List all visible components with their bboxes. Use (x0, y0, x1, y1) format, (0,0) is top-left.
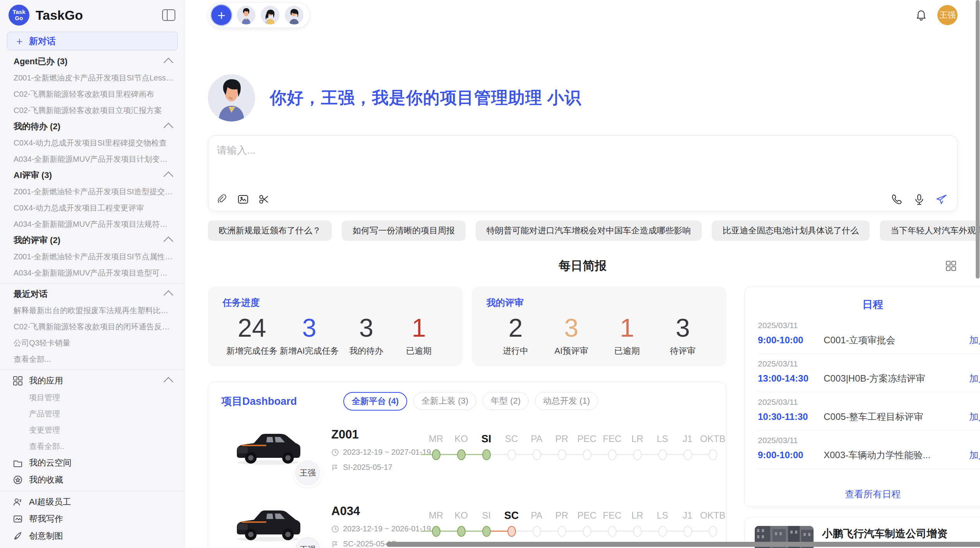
milestone-label: OKTB (700, 432, 725, 446)
suggestion-chip[interactable]: 欧洲新规最近颁布了什么？ (208, 221, 332, 241)
stat-label: 新增完成任务 (226, 345, 278, 357)
milestone-label: OKTB (700, 508, 725, 523)
my-review-stats: 2 进行中 3 AI预评审 1 (487, 313, 712, 357)
milestone-label: SC (505, 432, 518, 446)
sidebar-item-ai-super-staff[interactable]: AI超级员工 (0, 493, 185, 510)
user-avatar[interactable]: 王强 (937, 5, 958, 25)
chevron-up-icon[interactable] (163, 171, 173, 181)
sidebar-conversation-item[interactable]: C02-飞腾新能源轻客改款项目立项汇报方案 (0, 102, 185, 118)
milestone-dot (432, 449, 440, 460)
filter-chip[interactable]: 全新上装 (3) (413, 392, 476, 410)
milestone-label: MR (429, 432, 443, 446)
project-row[interactable]: 王强 Z001 2023-12-19 ~ 2027-01-19 SI-2025-… (220, 422, 714, 487)
chevron-up-icon[interactable] (163, 123, 173, 132)
schedule-meeting-title: C001-立项审批会 (824, 334, 964, 346)
view-all-schedule-link[interactable]: 查看所有日程 (758, 482, 980, 507)
project-info: Z001 2023-12-19 ~ 2027-01-19 SI-2025-05-… (311, 422, 408, 487)
stat: 1 已逾期 (602, 313, 652, 357)
notification-bell-icon[interactable] (915, 9, 927, 21)
section-recent-chats[interactable]: 最近对话 (0, 286, 185, 302)
milestone: J1 (675, 432, 700, 487)
image-icon[interactable] (237, 193, 249, 206)
milestone-dot (709, 449, 717, 460)
suggestion-chip[interactable]: 比亚迪全固态电池计划具体说了什么 (712, 221, 870, 241)
milestone-label: FEC (603, 432, 622, 446)
chevron-up-icon[interactable] (163, 58, 173, 67)
milestone-label: KO (454, 432, 468, 446)
schedule-entry: 2025/03/11 10:30-11:30 C005-整车工程目标评审 加入 (758, 392, 980, 430)
app-subitem[interactable]: 项目管理 (0, 389, 185, 406)
collapse-sidebar-icon[interactable] (162, 9, 175, 21)
taskgo-logo: Task Go (9, 5, 29, 26)
phone-call-icon[interactable] (891, 193, 903, 206)
join-link[interactable]: 加入 (969, 372, 980, 385)
schedule-row: 10:30-11:30 C005-整车工程目标评审 加入 (758, 411, 980, 423)
schedule-card: 日程 2025/03/11 9:00-10:00 C001-立项审批会 加入 (744, 286, 980, 507)
new-chat-button[interactable]: ＋ 新对话 (7, 32, 178, 50)
chat-input[interactable] (216, 143, 948, 193)
recent-chat-item[interactable]: C02-飞腾新能源轻客改款项目的闭环通告反馈情况 (0, 319, 185, 335)
sidebar-conversation-item[interactable]: Z001-全新燃油轻卡产品开发项目SI造型提交物评审 (0, 183, 185, 200)
app-subitem[interactable]: 产品管理 (0, 406, 185, 422)
layout-grid-icon[interactable] (945, 260, 957, 272)
project-image: 王强 (230, 422, 311, 487)
daily-brief: 任务进度 24 新增完成任务 3 新增AI完成任务 (208, 286, 958, 548)
attachment-icon[interactable] (216, 193, 228, 206)
sidebar-conversation-item[interactable]: A034-全新新能源MUV产品开发项目计划变更表编写 (0, 151, 185, 167)
sidebar-conversation-item[interactable]: A034-全新新能源MUV产品开发项目法规符合性评审 (0, 216, 185, 232)
section-ai-review[interactable]: AI评审 (3) (0, 167, 185, 183)
suggestion-chip[interactable]: 当下年轻人对汽车外观有怎样的喜好趋势 (880, 221, 980, 241)
join-link[interactable]: 加入 (969, 411, 980, 423)
truck-image (230, 499, 307, 545)
filter-chip[interactable]: 全新平台 (4) (343, 392, 407, 411)
vertical-scrollbar[interactable] (976, 0, 980, 279)
chevron-up-icon[interactable] (163, 290, 173, 300)
sidebar-item-cloud-space[interactable]: 我的云空间 (0, 454, 185, 471)
project-row[interactable]: 王强 A034 2023-12-19 ~ 2026-01-19 SC-2025-… (220, 499, 714, 548)
assistant-avatar[interactable] (237, 6, 255, 24)
add-assistant-button[interactable]: ＋ (211, 5, 231, 25)
horizontal-scrollbar[interactable] (386, 542, 980, 547)
suggestion-chip[interactable]: 特朗普可能对进口汽车增税会对中国车企造成哪些影响 (476, 221, 702, 241)
section-agent-done[interactable]: Agent已办 (3) (0, 53, 185, 70)
agent-done-items: Z001-全新燃油皮卡产品开发项目SI节点Lesson Learn报告C02-飞… (0, 70, 185, 118)
sidebar-item-label: 我的云空间 (29, 457, 173, 469)
section-my-review[interactable]: 我的评审 (2) (0, 232, 185, 248)
scissors-icon[interactable] (258, 193, 270, 206)
sidebar-item-creative-drawing[interactable]: 创意制图 (0, 527, 185, 545)
recent-chat-item[interactable]: 公司Q3轻卡销量 (0, 335, 185, 351)
sidebar-conversation-item[interactable]: Z001-全新燃油皮卡产品开发项目SI节点Lesson Learn报告 (0, 70, 185, 86)
sidebar: Task Go TaskGo ＋ 新对话 Agent已办 (3) Z001-全新… (0, 0, 185, 548)
milestone-dot (633, 449, 642, 460)
sidebar-conversation-item[interactable]: C0X4-动力总成开发项目工程变更评审 (0, 200, 185, 216)
send-icon[interactable] (935, 193, 948, 206)
microphone-icon[interactable] (913, 193, 925, 206)
app-subitem[interactable]: 变更管理 (0, 422, 185, 438)
sidebar-conversation-item[interactable]: A034-全新新能源MUV产品开发项目造型可行性评审 (0, 265, 185, 281)
sidebar-conversation-item[interactable]: C02-飞腾新能源轻客改款项目里程碑画布 (0, 86, 185, 102)
sidebar-item-my-apps[interactable]: 我的应用 (0, 372, 185, 389)
milestone-label: LR (631, 508, 643, 523)
sidebar-header: Task Go TaskGo (0, 0, 185, 28)
join-link[interactable]: 加入 (969, 449, 980, 461)
schedule-date: 2025/03/11 (758, 436, 980, 445)
sidebar-item-help-me-write[interactable]: 帮我写作 (0, 510, 185, 527)
join-link[interactable]: 加入 (969, 334, 980, 346)
milestone: KO (449, 432, 474, 487)
assistant-avatar[interactable] (285, 6, 303, 24)
assistant-avatar-large (208, 74, 255, 122)
assistant-avatar[interactable] (261, 6, 279, 24)
filter-chip[interactable]: 动总开发 (1) (535, 392, 598, 410)
app-subitem[interactable]: 查看全部.. (0, 438, 185, 454)
sidebar-item-favorites[interactable]: 我的收藏 (0, 471, 185, 488)
chevron-up-icon[interactable] (163, 236, 173, 246)
suggestion-chip[interactable]: 如何写一份清晰的项目周报 (342, 221, 466, 241)
section-my-todo[interactable]: 我的待办 (2) (0, 118, 185, 135)
filter-chip[interactable]: 年型 (2) (483, 392, 529, 410)
recent-chat-item[interactable]: 查看全部... (0, 351, 185, 367)
my-review-card: 我的评审 2 进行中 3 AI预评审 (472, 286, 726, 366)
recent-chat-item[interactable]: 解释最新出台的欧盟报废车法规再生塑料比例被调至15%... (0, 302, 185, 319)
sidebar-conversation-item[interactable]: Z001-全新燃油轻卡产品开发项目SI节点属性5D文件评审 (0, 248, 185, 265)
flag-icon (331, 540, 339, 548)
sidebar-conversation-item[interactable]: C0X4-动力总成开发项目SI里程碑提交物检查 (0, 135, 185, 151)
